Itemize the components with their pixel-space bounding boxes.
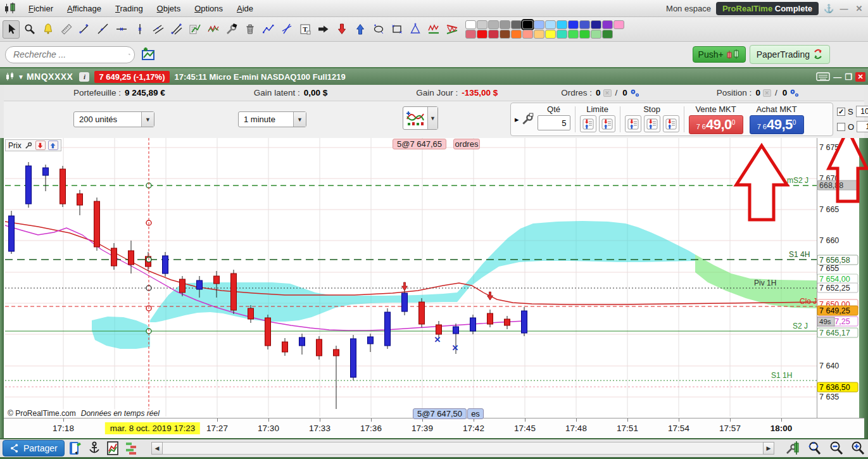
scroll-left-icon[interactable]: ◀ — [151, 442, 163, 455]
pattern-channel-icon[interactable] — [443, 20, 460, 39]
color-swatch[interactable] — [511, 20, 522, 29]
units-caret-icon[interactable]: ▼ — [141, 112, 154, 127]
s-points-input[interactable] — [856, 106, 868, 117]
remove-lines-icon[interactable] — [278, 20, 295, 39]
o-points-input[interactable] — [857, 121, 868, 132]
zoom-icon[interactable] — [21, 20, 38, 39]
color-swatch[interactable] — [534, 30, 544, 39]
color-swatch[interactable] — [545, 30, 556, 39]
search-icon[interactable] — [129, 49, 130, 60]
menu-aide[interactable]: Aide — [230, 1, 260, 16]
polyline-icon[interactable] — [260, 20, 277, 39]
color-swatch[interactable] — [522, 30, 533, 39]
menu-options[interactable]: Options — [187, 1, 230, 16]
buy-order-level-badge[interactable]: 5@7 647,50 — [413, 408, 467, 419]
horizontal-line-icon[interactable] — [113, 20, 130, 39]
trading-journal-icon[interactable] — [68, 440, 83, 456]
trendline-icon[interactable] — [94, 20, 111, 39]
alert-bell-icon[interactable] — [39, 20, 56, 39]
qty-input[interactable] — [538, 115, 570, 130]
sell-order-arrow-icon[interactable] — [35, 141, 46, 150]
color-swatch[interactable] — [579, 30, 590, 39]
color-swatch[interactable] — [579, 20, 590, 29]
trash-icon[interactable] — [241, 20, 258, 39]
add-chart-icon[interactable] — [140, 47, 156, 62]
text-icon[interactable]: T — [296, 20, 313, 39]
search-box[interactable] — [5, 46, 135, 63]
buy-market-button[interactable]: 7 649,50 — [750, 115, 804, 134]
menu-affichage[interactable]: Affichage — [60, 1, 108, 16]
mon-espace-menu[interactable]: Mon espace — [666, 4, 711, 13]
buy-order-arrow-icon[interactable] — [48, 141, 58, 150]
window-minimize-icon[interactable]: — — [833, 72, 841, 82]
color-swatch[interactable] — [613, 20, 624, 29]
arrow-down-icon[interactable] — [333, 20, 350, 39]
color-swatch[interactable] — [545, 20, 556, 29]
units-select[interactable]: 200 unités▼ — [73, 111, 154, 127]
rectangle-icon[interactable] — [388, 20, 405, 39]
price-panel-header[interactable]: Prix — [5, 139, 61, 151]
menu-objets[interactable]: Objets — [150, 1, 188, 16]
orders-settings-gears-icon[interactable] — [629, 88, 641, 97]
zigzag-icon[interactable] — [204, 20, 222, 39]
close-icon[interactable]: ✕ — [854, 4, 864, 13]
symbol-dropdown-icon[interactable]: ▼ — [18, 73, 24, 80]
price-settings-wrench-icon[interactable] — [24, 141, 33, 150]
color-swatch[interactable] — [591, 20, 601, 29]
report-chart-icon[interactable] — [105, 440, 120, 456]
chart-settings-icon[interactable] — [784, 440, 801, 456]
channel-icon[interactable] — [149, 20, 167, 39]
s-checkbox[interactable]: ✓ — [837, 108, 845, 116]
symbol-label[interactable]: MNQXXXX — [27, 72, 73, 82]
chart-area[interactable]: mS2 JS1 4HPiv 1HClo JS2 JS1 1H✕✕7 6757 6… — [0, 138, 868, 418]
drawing-tools-icon[interactable] — [223, 20, 240, 39]
cursor-icon[interactable] — [3, 20, 20, 39]
anchor-link-icon[interactable] — [87, 440, 101, 456]
color-swatch[interactable] — [477, 30, 487, 39]
scroll-track[interactable] — [163, 442, 763, 455]
time-axis[interactable]: 17:1817:2717:3017:3317:3617:3917:4217:45… — [4, 418, 864, 438]
stop-limit-order-icon[interactable] — [644, 115, 660, 132]
zoom-out-icon[interactable] — [827, 440, 844, 456]
price-chart-canvas[interactable]: mS2 JS1 4HPiv 1HClo JS2 JS1 1H✕✕7 6757 6… — [0, 138, 868, 418]
color-swatch[interactable] — [568, 30, 579, 39]
minimize-icon[interactable]: — — [839, 4, 849, 13]
sell-market-button[interactable]: 7 649,00 — [689, 115, 743, 134]
color-swatch[interactable] — [568, 20, 579, 29]
color-swatch[interactable] — [488, 30, 499, 39]
menu-fichier[interactable]: Fichier — [22, 1, 60, 16]
pin-icon[interactable]: ⚓ — [824, 4, 834, 13]
ellipse-icon[interactable] — [370, 20, 387, 39]
zoom-in-icon[interactable] — [849, 440, 865, 456]
keyboard-icon[interactable] — [816, 72, 830, 81]
paper-trading-button[interactable]: PaperTrading — [750, 45, 830, 64]
color-swatch[interactable] — [488, 20, 499, 29]
color-swatch[interactable] — [465, 20, 476, 29]
arrow-right-icon[interactable] — [315, 20, 332, 39]
scroll-right-icon[interactable]: ▶ — [763, 442, 774, 455]
pattern-zigzag-icon[interactable] — [425, 20, 442, 39]
vertical-line-icon[interactable] — [131, 20, 148, 39]
menu-trading[interactable]: Trading — [108, 1, 150, 16]
window-maximize-icon[interactable]: ❒ — [845, 72, 852, 82]
order-book-icon[interactable] — [124, 440, 139, 456]
chart-window-titlebar[interactable]: ▼ MNQXXXX i 7 649,25 (-1,17%) 17:45:11 M… — [0, 68, 868, 85]
window-close-icon[interactable]: ✕ — [855, 72, 865, 82]
color-swatch[interactable] — [602, 30, 613, 39]
chart-type-button[interactable]: ▼ — [403, 106, 438, 130]
indicator-list-icon[interactable] — [186, 20, 203, 39]
color-swatch[interactable] — [522, 20, 533, 29]
ruler-icon[interactable] — [58, 20, 75, 39]
search-input[interactable] — [13, 49, 129, 60]
chart-type-caret-icon[interactable]: ▼ — [427, 107, 437, 129]
limit-buy-order-icon[interactable] — [580, 115, 596, 132]
color-swatch[interactable] — [557, 20, 567, 29]
color-swatch[interactable] — [602, 20, 613, 29]
share-button[interactable]: Partager — [3, 440, 65, 456]
triangle-icon[interactable] — [406, 20, 424, 39]
color-swatch[interactable] — [591, 30, 601, 39]
arrow-up-icon[interactable] — [351, 20, 368, 39]
trailing-stop-order-icon[interactable] — [663, 115, 679, 132]
trading-settings-wrench-icon[interactable] — [520, 113, 534, 127]
horizontal-scrollbar[interactable]: ◀ ▶ — [151, 442, 774, 455]
